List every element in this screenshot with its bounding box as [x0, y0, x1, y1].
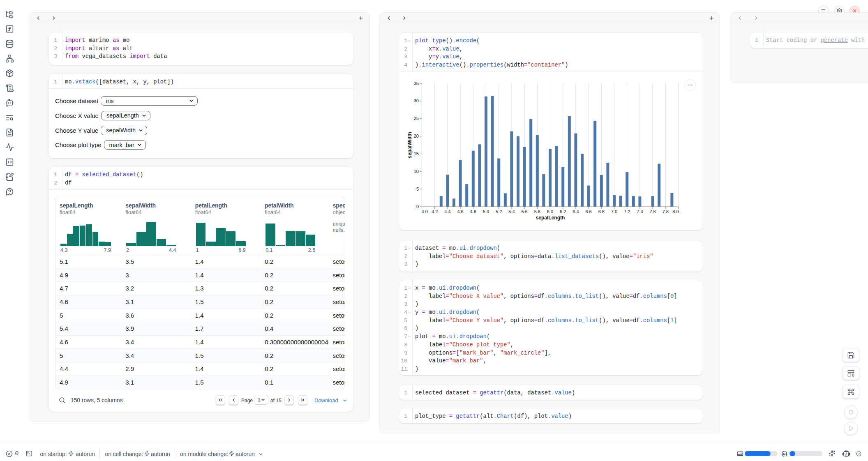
- svg-text:5.2: 5.2: [496, 209, 502, 214]
- svg-text:6.0: 6.0: [547, 209, 553, 214]
- svg-text:7.8: 7.8: [663, 209, 669, 214]
- svg-text:0: 0: [416, 204, 419, 209]
- svg-text:8.0: 8.0: [672, 209, 679, 214]
- svg-text:7.6: 7.6: [649, 209, 656, 214]
- svg-text:4.2: 4.2: [432, 209, 438, 214]
- svg-text:4.0: 4.0: [422, 209, 428, 214]
- svg-text:7.4: 7.4: [637, 209, 643, 214]
- svg-text:15: 15: [414, 151, 419, 156]
- svg-text:25: 25: [414, 116, 419, 121]
- svg-text:4.8: 4.8: [470, 209, 476, 214]
- svg-text:sepalWidth: sepalWidth: [407, 132, 413, 158]
- svg-text:20: 20: [414, 134, 419, 138]
- svg-text:6.4: 6.4: [573, 209, 579, 214]
- svg-text:30: 30: [414, 98, 419, 103]
- svg-text:5.4: 5.4: [508, 209, 515, 214]
- svg-text:6.2: 6.2: [560, 209, 566, 214]
- svg-text:5.6: 5.6: [521, 209, 527, 214]
- svg-text:sepalLength: sepalLength: [536, 215, 565, 221]
- svg-text:5.8: 5.8: [534, 209, 540, 214]
- svg-text:5: 5: [416, 187, 419, 191]
- svg-text:35: 35: [414, 81, 419, 86]
- svg-text:4.6: 4.6: [457, 209, 463, 214]
- svg-text:4.4: 4.4: [444, 209, 450, 214]
- svg-text:7.2: 7.2: [624, 209, 630, 214]
- svg-text:6.8: 6.8: [598, 209, 605, 214]
- svg-text:10: 10: [414, 169, 419, 174]
- svg-text:7.0: 7.0: [611, 209, 617, 214]
- svg-text:6.6: 6.6: [585, 209, 591, 214]
- svg-text:5.0: 5.0: [483, 209, 489, 214]
